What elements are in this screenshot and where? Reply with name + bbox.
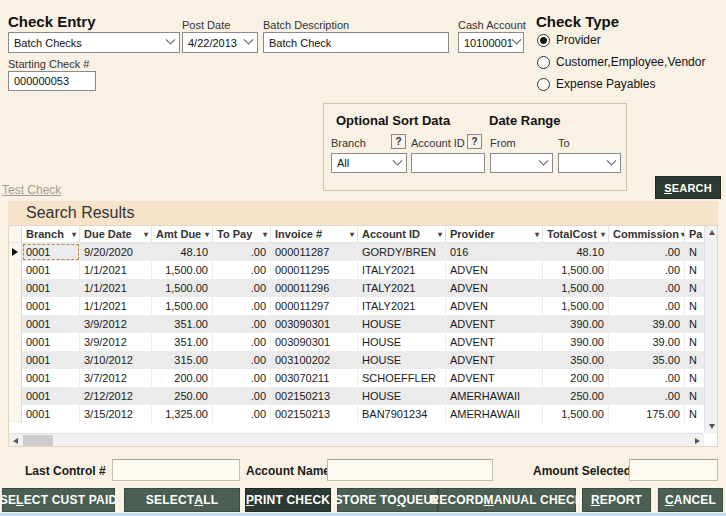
- radio-customer-employee-vendor[interactable]: Customer,Employee,Vendor: [537, 55, 705, 69]
- table-cell[interactable]: ADVENT: [446, 369, 543, 387]
- table-cell[interactable]: 250.00: [543, 387, 609, 405]
- table-cell[interactable]: GORDY/BREN: [358, 243, 446, 261]
- table-cell[interactable]: HOUSE: [358, 387, 446, 405]
- column-header[interactable]: Account ID▾: [358, 226, 446, 242]
- table-cell[interactable]: ADVENT: [446, 351, 543, 369]
- table-cell[interactable]: 0001: [22, 405, 80, 423]
- table-cell[interactable]: 003090301: [271, 333, 358, 351]
- table-cell[interactable]: HOUSE: [358, 351, 446, 369]
- scroll-down-icon[interactable]: [705, 420, 718, 433]
- row-selector[interactable]: [9, 243, 22, 261]
- table-cell[interactable]: ADVEN: [446, 261, 543, 279]
- select-cust-paid-button[interactable]: SELECT CUST PAID: [2, 488, 115, 512]
- table-cell[interactable]: 2/12/2012: [80, 387, 152, 405]
- table-cell[interactable]: .00: [213, 243, 271, 261]
- column-header[interactable]: Branch▾: [22, 226, 80, 242]
- column-header[interactable]: Invoice #▾: [271, 226, 358, 242]
- starting-check-input[interactable]: 000000053: [8, 71, 96, 91]
- table-row[interactable]: 00013/15/20121,325.00.00002150213BAN7901…: [9, 405, 717, 423]
- scroll-up-icon[interactable]: [705, 226, 718, 239]
- table-row[interactable]: 00013/7/2012200.00.00003070211SCHOEFFLER…: [9, 369, 717, 387]
- table-cell[interactable]: N: [685, 279, 706, 297]
- table-cell[interactable]: 003070211: [271, 369, 358, 387]
- table-cell[interactable]: 000011296: [271, 279, 358, 297]
- column-header[interactable]: Pa▾: [685, 226, 706, 242]
- row-selector[interactable]: [9, 279, 22, 297]
- table-cell[interactable]: N: [685, 243, 706, 261]
- table-cell[interactable]: .00: [609, 369, 685, 387]
- last-control-input[interactable]: [112, 459, 240, 481]
- table-cell[interactable]: AMERHAWAII: [446, 405, 543, 423]
- post-date-select[interactable]: 4/22/2013: [182, 32, 258, 53]
- table-cell[interactable]: N: [685, 369, 706, 387]
- table-cell[interactable]: 0001: [22, 351, 80, 369]
- table-row[interactable]: 00019/20/202048.10.00000011287GORDY/BREN…: [9, 243, 717, 261]
- table-cell[interactable]: 0001: [22, 333, 80, 351]
- column-header[interactable]: TotalCost▾: [543, 226, 609, 242]
- table-cell[interactable]: .00: [609, 387, 685, 405]
- table-cell[interactable]: 351.00: [152, 333, 213, 351]
- batch-description-input[interactable]: Batch Check: [263, 32, 449, 53]
- table-cell[interactable]: 1,500.00: [152, 261, 213, 279]
- table-row[interactable]: 00013/9/2012351.00.00003090301HOUSEADVEN…: [9, 315, 717, 333]
- table-cell[interactable]: 002150213: [271, 387, 358, 405]
- table-cell[interactable]: 0001: [22, 243, 80, 261]
- table-cell[interactable]: 3/15/2012: [80, 405, 152, 423]
- horizontal-scrollbar[interactable]: [9, 433, 704, 446]
- table-row[interactable]: 00011/1/20211,500.00.00000011297ITALY202…: [9, 297, 717, 315]
- table-cell[interactable]: HOUSE: [358, 315, 446, 333]
- table-cell[interactable]: 0001: [22, 315, 80, 333]
- to-date-select[interactable]: [558, 153, 621, 173]
- table-cell[interactable]: ITALY2021: [358, 261, 446, 279]
- table-row[interactable]: 00013/10/2012315.00.00003100202HOUSEADVE…: [9, 351, 717, 369]
- table-cell[interactable]: 1/1/2021: [80, 297, 152, 315]
- table-cell[interactable]: ADVENT: [446, 315, 543, 333]
- column-header[interactable]: Amt Due▾: [152, 226, 213, 242]
- table-cell[interactable]: N: [685, 387, 706, 405]
- table-cell[interactable]: ADVEN: [446, 297, 543, 315]
- table-cell[interactable]: 250.00: [152, 387, 213, 405]
- branch-select[interactable]: All: [331, 153, 407, 173]
- table-cell[interactable]: 351.00: [152, 315, 213, 333]
- row-selector[interactable]: [9, 369, 22, 387]
- table-row[interactable]: 00012/12/2012250.00.00002150213HOUSEAMER…: [9, 387, 717, 405]
- account-id-help-button[interactable]: ?: [467, 134, 482, 149]
- table-cell[interactable]: AMERHAWAII: [446, 387, 543, 405]
- table-cell[interactable]: 000011295: [271, 261, 358, 279]
- table-cell[interactable]: N: [685, 297, 706, 315]
- table-cell[interactable]: 390.00: [543, 315, 609, 333]
- table-cell[interactable]: HOUSE: [358, 333, 446, 351]
- table-cell[interactable]: 1,500.00: [152, 297, 213, 315]
- table-cell[interactable]: 003090301: [271, 315, 358, 333]
- radio-expense-payables[interactable]: Expense Payables: [537, 77, 655, 91]
- row-selector[interactable]: [9, 405, 22, 423]
- column-header[interactable]: Due Date▾: [80, 226, 152, 242]
- scroll-left-icon[interactable]: [9, 434, 22, 447]
- table-cell[interactable]: 0001: [22, 369, 80, 387]
- table-cell[interactable]: 390.00: [543, 333, 609, 351]
- table-cell[interactable]: .00: [213, 369, 271, 387]
- test-check-link[interactable]: Test Check: [2, 183, 61, 197]
- table-cell[interactable]: .00: [609, 243, 685, 261]
- table-cell[interactable]: 000011287: [271, 243, 358, 261]
- table-cell[interactable]: 016: [446, 243, 543, 261]
- row-selector[interactable]: [9, 261, 22, 279]
- table-cell[interactable]: ADVEN: [446, 279, 543, 297]
- table-row[interactable]: 00011/1/20211,500.00.00000011296ITALY202…: [9, 279, 717, 297]
- radio-provider[interactable]: Provider: [537, 33, 601, 47]
- table-row[interactable]: 00013/9/2012351.00.00003090301HOUSEADVEN…: [9, 333, 717, 351]
- account-id-input[interactable]: [411, 153, 485, 173]
- table-cell[interactable]: 000011297: [271, 297, 358, 315]
- table-cell[interactable]: 1/1/2021: [80, 261, 152, 279]
- vertical-scrollbar[interactable]: [704, 226, 717, 433]
- account-name-input[interactable]: [327, 459, 493, 481]
- table-cell[interactable]: 3/9/2012: [80, 315, 152, 333]
- table-cell[interactable]: .00: [609, 261, 685, 279]
- row-selector[interactable]: [9, 315, 22, 333]
- row-selector[interactable]: [9, 333, 22, 351]
- table-cell[interactable]: 35.00: [609, 351, 685, 369]
- report-button[interactable]: REPORT: [582, 488, 651, 512]
- table-cell[interactable]: 315.00: [152, 351, 213, 369]
- table-cell[interactable]: 1/1/2021: [80, 279, 152, 297]
- table-cell[interactable]: .00: [213, 315, 271, 333]
